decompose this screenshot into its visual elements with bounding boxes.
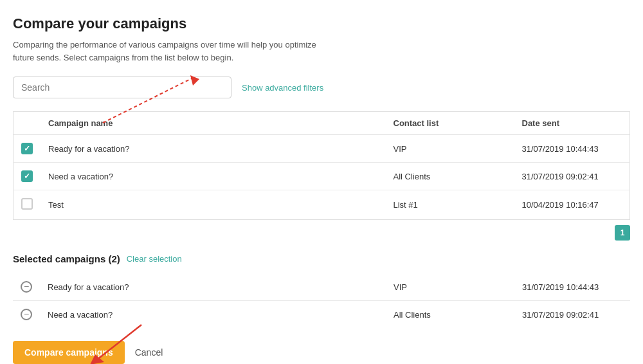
table-header-row: Campaign name Contact list Date sent [14, 112, 630, 135]
selected-date-sent: 31/07/2019 10:44:43 [514, 273, 630, 301]
campaign-checkbox-3[interactable] [21, 198, 33, 210]
selected-table-row: Need a vacation? All Clients 31/07/2019 … [13, 301, 630, 329]
date-sent-cell: 31/07/2019 10:44:43 [514, 135, 630, 163]
table-header-campaign-name: Campaign name [41, 112, 386, 135]
row-checkbox-cell[interactable] [14, 190, 41, 220]
selected-campaigns-table: Ready for a vacation? VIP 31/07/2019 10:… [13, 273, 630, 328]
campaigns-table-wrapper: Campaign name Contact list Date sent Rea… [13, 111, 630, 220]
contact-list-cell: All Clients [386, 163, 514, 190]
cancel-button[interactable]: Cancel [135, 341, 163, 364]
page-number-1[interactable]: 1 [615, 225, 630, 241]
show-advanced-filters-link[interactable]: Show advanced filters [242, 83, 323, 93]
compare-campaigns-button[interactable]: Compare campaigns [13, 341, 125, 364]
campaign-name-cell: Test [41, 190, 386, 220]
campaign-name-cell: Ready for a vacation? [41, 135, 386, 163]
search-row: Show advanced filters [13, 77, 630, 98]
actions-row: Compare campaigns Cancel [13, 341, 630, 364]
selected-contact-list: VIP [386, 273, 514, 301]
table-header-date-sent: Date sent [514, 112, 630, 135]
row-checkbox-cell[interactable] [14, 163, 41, 190]
remove-cell[interactable] [13, 273, 40, 301]
page-description: Comparing the performance of various cam… [13, 39, 322, 64]
campaign-checkbox-1[interactable] [21, 143, 33, 154]
clear-selection-link[interactable]: Clear selection [127, 254, 182, 264]
row-checkbox-cell[interactable] [14, 135, 41, 163]
table-row: Test List #1 10/04/2019 10:16:47 [14, 190, 630, 220]
selected-table-row: Ready for a vacation? VIP 31/07/2019 10:… [13, 273, 630, 301]
campaign-name-cell: Need a vacation? [41, 163, 386, 190]
selected-date-sent: 31/07/2019 09:02:41 [514, 301, 630, 329]
selected-contact-list: All Clients [386, 301, 514, 329]
contact-list-cell: List #1 [386, 190, 514, 220]
selected-campaign-name: Need a vacation? [40, 301, 386, 329]
selected-campaign-name: Ready for a vacation? [40, 273, 386, 301]
table-header-checkbox [14, 112, 41, 135]
table-row: Ready for a vacation? VIP 31/07/2019 10:… [14, 135, 630, 163]
table-row: Need a vacation? All Clients 31/07/2019 … [14, 163, 630, 190]
selected-campaigns-table-wrapper: Ready for a vacation? VIP 31/07/2019 10:… [13, 273, 630, 328]
pagination-row: 1 [13, 225, 630, 241]
page-title: Compare your campaigns [13, 15, 630, 32]
selected-section-header: Selected campaigns (2) Clear selection [13, 253, 630, 264]
table-header-contact-list: Contact list [386, 112, 514, 135]
remove-campaign-2-icon[interactable] [21, 309, 32, 320]
contact-list-cell: VIP [386, 135, 514, 163]
remove-campaign-1-icon[interactable] [21, 281, 32, 293]
date-sent-cell: 31/07/2019 09:02:41 [514, 163, 630, 190]
selected-campaigns-title: Selected campaigns (2) [13, 253, 120, 264]
campaign-checkbox-2[interactable] [21, 170, 33, 182]
campaigns-table: Campaign name Contact list Date sent Rea… [13, 111, 630, 220]
search-input[interactable] [13, 77, 231, 98]
date-sent-cell: 10/04/2019 10:16:47 [514, 190, 630, 220]
remove-cell[interactable] [13, 301, 40, 329]
